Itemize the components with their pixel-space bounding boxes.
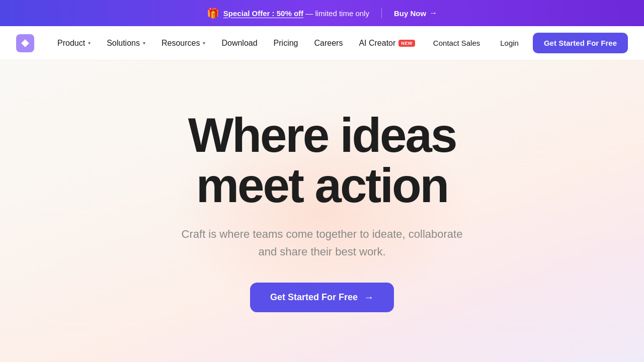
hero-cta-arrow-icon: → (364, 292, 374, 303)
hero-title: Where ideas meet action (188, 110, 456, 212)
svg-point-1 (23, 41, 27, 45)
contact-sales-link[interactable]: Contact Sales (427, 35, 486, 51)
banner-buy-now-link[interactable]: Buy Now → (394, 9, 437, 18)
hero-title-line2: meet action (196, 158, 448, 212)
solutions-label: Solutions (107, 39, 140, 48)
hero-cta-label: Get Started For Free (270, 292, 358, 303)
nav-logo[interactable] (16, 34, 34, 52)
ai-creator-label: AI Creator (359, 39, 395, 48)
nav-links: Product ▾ Solutions ▾ Resources ▾ Downlo… (50, 35, 427, 52)
top-banner: 🎁 Special Offer : 50% off — limited time… (0, 0, 644, 26)
login-link[interactable]: Login (494, 35, 525, 51)
banner-offer: 🎁 Special Offer : 50% off — limited time… (207, 7, 369, 19)
nav-right: Contact Sales Login Get Started For Free (427, 33, 628, 53)
product-label: Product (57, 39, 85, 48)
nav-item-solutions[interactable]: Solutions ▾ (100, 35, 152, 52)
nav-item-product[interactable]: Product ▾ (50, 35, 98, 52)
craft-logo-icon (16, 34, 34, 52)
buy-now-label: Buy Now (394, 9, 426, 18)
banner-separator (381, 8, 382, 18)
nav-item-resources[interactable]: Resources ▾ (154, 35, 212, 52)
nav-item-download[interactable]: Download (214, 35, 264, 52)
nav-item-ai-creator[interactable]: AI Creator NEW (352, 35, 422, 52)
download-label: Download (221, 39, 257, 48)
banner-offer-text: Special Offer : 50% off — limited time o… (223, 9, 369, 18)
nav-item-careers[interactable]: Careers (307, 35, 350, 52)
solutions-chevron-icon: ▾ (143, 40, 145, 46)
banner-arrow-icon: → (429, 9, 437, 18)
nav-item-pricing[interactable]: Pricing (267, 35, 305, 52)
gift-icon: 🎁 (207, 7, 219, 19)
resources-chevron-icon: ▾ (203, 40, 205, 46)
nav-cta-button[interactable]: Get Started For Free (533, 33, 628, 53)
new-badge: NEW (398, 40, 415, 47)
pricing-label: Pricing (274, 39, 298, 48)
hero-subtitle: Craft is where teams come together to id… (181, 225, 463, 260)
careers-label: Careers (314, 39, 343, 48)
hero-title-line1: Where ideas (188, 108, 456, 162)
hero-cta-button[interactable]: Get Started For Free → (250, 283, 394, 312)
hero-section: Where ideas meet action Craft is where t… (0, 60, 644, 362)
product-chevron-icon: ▾ (88, 40, 91, 46)
navbar: Product ▾ Solutions ▾ Resources ▾ Downlo… (0, 26, 644, 60)
resources-label: Resources (162, 39, 200, 48)
